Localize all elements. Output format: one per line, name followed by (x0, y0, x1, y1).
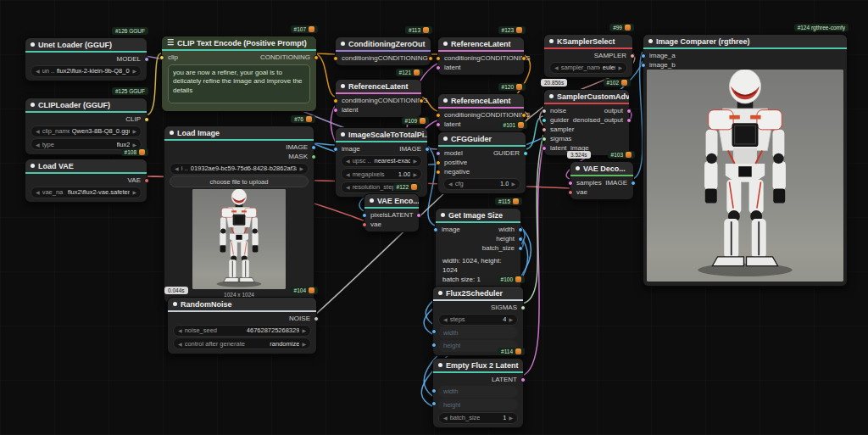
load-vae-output-VAE[interactable] (144, 178, 149, 183)
decrement-arrow-icon[interactable]: ◀ (36, 68, 40, 74)
get-image-size-header[interactable]: Get Image Size (436, 209, 520, 223)
increment-arrow-icon[interactable]: ▶ (302, 341, 306, 347)
decrement-arrow-icon[interactable]: ◀ (554, 64, 559, 70)
image-scale-to-total-pixels-output-IMAGE[interactable] (425, 147, 430, 152)
random-noise-header[interactable]: RandomNoise (168, 298, 316, 312)
image-scale-to-total-pixels-input-image[interactable] (333, 147, 338, 152)
cfg-guider-node[interactable]: #101CFGGuidermodelGUIDERpositivenegative… (437, 131, 526, 194)
cfg-guider-output-GUIDER[interactable] (523, 151, 528, 156)
collapse-dot-icon[interactable] (173, 302, 177, 306)
load-image-widget-i[interactable]: ◀i ...01932ae9-bc59-75d6-8428-b2862af3aa… (170, 163, 309, 175)
decrement-arrow-icon[interactable]: ◀ (36, 142, 40, 148)
reference-latent-120-node[interactable]: #120ReferenceLatentconditioningCONDITION… (437, 93, 525, 132)
clip-loader-widget-clip_name[interactable]: ◀clip_nameQwen3-8B-Q8_0.gguf▶ (31, 125, 142, 137)
conditioning-zero-out-output-CONDITIONING[interactable] (428, 56, 433, 61)
image-scale-to-total-pixels-header[interactable]: ImageScaleToTotalPi... (336, 128, 427, 142)
image-scale-to-total-pixels-widget-upsc[interactable]: ◀upsc ...nearest-exact▶ (341, 155, 422, 167)
get-image-size-node[interactable]: #115Get Image Sizeimagewidthheightbatch_… (435, 208, 521, 293)
choose-file-button[interactable]: choose file to upload (170, 176, 309, 187)
clip-loader-header[interactable]: CLIPLoader (GGUF) (25, 98, 147, 113)
sampler-custom-advanced-input-noise[interactable] (542, 109, 547, 114)
collapse-dot-icon[interactable] (31, 164, 35, 168)
collapse-dot-icon[interactable] (341, 132, 345, 137)
flux2-scheduler-header[interactable]: Flux2Scheduler (433, 287, 523, 301)
increment-arrow-icon[interactable]: ▶ (132, 128, 136, 134)
increment-arrow-icon[interactable]: ▶ (132, 142, 136, 148)
collapse-dot-icon[interactable] (341, 42, 345, 46)
clip-loader-widget-type[interactable]: ◀typeflux2▶ (31, 138, 142, 150)
flux2-scheduler-node[interactable]: #100Flux2SchedulerSIGMAS◀steps4▶widthhei… (432, 286, 524, 356)
unet-loader-widget-un[interactable]: ◀un ...flux2\flux-2-klein-9b-Q8_0.gguf▶ (31, 65, 142, 77)
decrement-arrow-icon[interactable]: ◀ (36, 189, 40, 195)
increment-arrow-icon[interactable]: ▶ (302, 327, 306, 333)
flux2-scheduler-input-height[interactable]: height (438, 340, 518, 352)
get-image-size-output-height[interactable] (518, 237, 523, 242)
random-noise-node[interactable]: 0.044s#104RandomNoiseNOISE◀noise_seed467… (167, 297, 317, 354)
get-image-size-output-batch_size[interactable] (518, 246, 523, 251)
sampler-custom-advanced-input-sigmas[interactable] (542, 137, 547, 142)
decrement-arrow-icon[interactable]: ◀ (36, 128, 40, 134)
empty-flux2-latent-input-width[interactable]: width (438, 386, 518, 398)
vae-encode-node[interactable]: #122VAE Enco...pixelsLATENTvae (364, 193, 420, 232)
decrement-arrow-icon[interactable]: ◀ (178, 341, 182, 347)
flux2-scheduler-output-SIGMAS[interactable] (520, 305, 526, 310)
image-comparer-input-image_b[interactable] (641, 63, 646, 68)
reference-latent-121-output-CONDITIONING[interactable] (419, 98, 424, 103)
collapse-dot-icon[interactable] (443, 137, 448, 141)
reference-latent-120-output-CONDITIONING[interactable] (521, 113, 526, 118)
empty-flux2-latent-input-dot-width[interactable] (431, 388, 437, 393)
image-scale-to-total-pixels-node[interactable]: #109ImageScaleToTotalPi...imageIMAGE◀ups… (335, 127, 428, 198)
decrement-arrow-icon[interactable]: ◀ (178, 327, 182, 333)
increment-arrow-icon[interactable]: ▶ (132, 68, 136, 74)
image-comparer-input-image_a[interactable] (641, 53, 646, 59)
conditioning-zero-out-input-conditioning[interactable] (333, 56, 338, 61)
increment-arrow-icon[interactable]: ▶ (509, 415, 513, 421)
clip-text-encode-output-CONDITIONING[interactable] (314, 55, 319, 60)
load-vae-header[interactable]: Load VAE (25, 159, 147, 174)
reference-latent-120-input-conditioning[interactable] (436, 113, 441, 118)
increment-arrow-icon[interactable]: ▶ (618, 64, 622, 70)
load-image-output-IMAGE[interactable] (311, 145, 316, 150)
sampler-custom-advanced-output-output[interactable] (626, 109, 632, 114)
increment-arrow-icon[interactable]: ▶ (132, 189, 136, 195)
vae-decode-input-samples[interactable] (568, 181, 573, 186)
unet-loader-node[interactable]: #126 GGUFUnet Loader (GGUF)MODEL◀un ...f… (25, 37, 147, 81)
reference-latent-123-output-CONDITIONING[interactable] (521, 56, 526, 61)
decrement-arrow-icon[interactable]: ◀ (175, 165, 179, 171)
conditioning-zero-out-node[interactable]: #113ConditioningZeroOutconditioningCONDI… (335, 36, 431, 66)
graph-canvas[interactable]: #126 GGUFUnet Loader (GGUF)MODEL◀un ...f… (0, 0, 868, 435)
random-noise-output-NOISE[interactable] (314, 316, 319, 321)
collapse-dot-icon[interactable] (648, 39, 653, 43)
collapse-dot-icon[interactable] (441, 213, 445, 217)
cfg-guider-header[interactable]: CFGGuider (438, 132, 526, 147)
sampler-custom-advanced-node[interactable]: 20.856s#102SamplerCustomAdva...noiseoutp… (543, 89, 630, 156)
load-image-header[interactable]: Load Image (164, 126, 314, 141)
decrement-arrow-icon[interactable]: ◀ (443, 415, 448, 421)
empty-flux2-latent-header[interactable]: Empty Flux 2 Latent (433, 359, 523, 373)
empty-flux2-latent-node[interactable]: #114Empty Flux 2 LatentLATENTwidthheight… (432, 358, 524, 428)
reference-latent-120-header[interactable]: ReferenceLatent (438, 94, 524, 109)
increment-arrow-icon[interactable]: ▶ (413, 184, 417, 190)
load-image-node[interactable]: #76Load ImageIMAGEMASK◀i ...01932ae9-bc5… (164, 125, 314, 304)
ksampler-select-output-SAMPLER[interactable] (630, 53, 635, 59)
vae-encode-input-pixels[interactable] (362, 213, 367, 218)
clip-text-encode-node[interactable]: #107☰CLIP Text Encode (Positive Prompt)c… (161, 36, 317, 112)
reference-latent-121-node[interactable]: #121ReferenceLatentconditioningCONDITION… (335, 79, 422, 118)
image-comparer-node[interactable]: #124 rgthree-comfyImage Comparer (rgthre… (643, 34, 848, 287)
ksampler-select-widget-sampler_name[interactable]: ◀sampler_nameeuler▶ (549, 62, 627, 74)
collapse-dot-icon[interactable] (443, 98, 448, 103)
flux2-scheduler-input-width[interactable]: width (438, 326, 518, 338)
collapse-dot-icon[interactable] (576, 166, 580, 170)
image-comparer-header[interactable]: Image Comparer (rgthree) (643, 35, 847, 49)
increment-arrow-icon[interactable]: ▶ (299, 165, 303, 171)
reference-latent-120-input-latent[interactable] (436, 122, 441, 127)
collapse-dot-icon[interactable] (549, 39, 554, 43)
load-vae-node[interactable]: #108Load VAEVAE◀vae_na ...flux2\flux2-va… (25, 159, 147, 203)
cfg-guider-input-positive[interactable] (436, 160, 441, 165)
comparison-image[interactable] (647, 70, 843, 282)
vae-encode-header[interactable]: VAE Enco... (364, 194, 419, 209)
flux2-scheduler-widget-steps[interactable]: ◀steps4▶ (438, 314, 518, 326)
ksampler-select-node[interactable]: #99KSamplerSelectSAMPLER◀sampler_nameeul… (543, 34, 633, 78)
get-image-size-output-width[interactable] (518, 227, 523, 232)
image-scale-to-total-pixels-widget-resolution_steps[interactable]: ◀resolution_steps1▶ (341, 181, 422, 193)
